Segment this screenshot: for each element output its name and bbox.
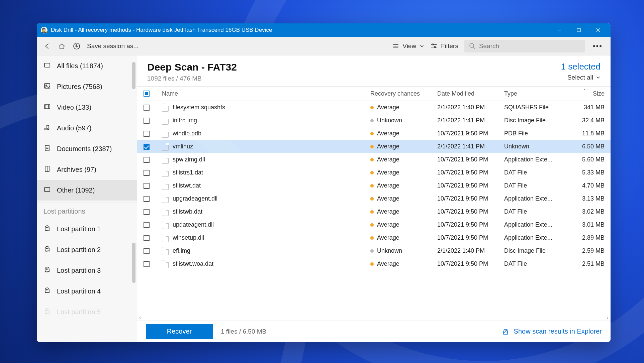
sliders-icon: [430, 42, 438, 50]
sidebar-scrollbar[interactable]: [131, 55, 136, 342]
file-icon: [162, 156, 169, 164]
search-input[interactable]: [479, 42, 580, 50]
table-row[interactable]: spwizimg.dll Average 10/7/2021 9:50 PM A…: [137, 153, 611, 166]
table-row[interactable]: efi.img Unknown 2/1/2022 1:40 PM Disc Im…: [137, 244, 611, 257]
sidebar-item-documents[interactable]: Documents (2387): [37, 138, 137, 159]
show-in-explorer-link[interactable]: Show scan results in Explorer: [502, 328, 602, 335]
status-dot-icon: [370, 249, 374, 253]
column-date[interactable]: Date Modified: [437, 90, 504, 97]
column-type[interactable]: Type: [504, 90, 564, 97]
table-row[interactable]: filesystem.squashfs Average 2/1/2022 1:4…: [137, 101, 611, 114]
scrollbar-thumb[interactable]: [132, 243, 135, 283]
svg-point-30: [48, 227, 48, 228]
date-modified: 10/7/2021 9:50 PM: [437, 169, 504, 176]
search-box[interactable]: [464, 40, 585, 52]
table-row[interactable]: updateagent.dll Average 10/7/2021 9:50 P…: [137, 218, 611, 231]
table-row[interactable]: vmlinuz Average 2/1/2022 1:41 PM Unknown…: [137, 140, 611, 153]
scrollbar-thumb[interactable]: [132, 62, 135, 89]
chevron-down-icon: [420, 44, 424, 48]
sidebar-item-lost-partition[interactable]: Lost partition 4: [37, 281, 137, 301]
maximize-button[interactable]: [569, 23, 588, 37]
scroll-left-icon[interactable]: ‹: [139, 315, 141, 321]
save-icon[interactable]: [72, 42, 81, 50]
svg-point-21: [45, 128, 47, 130]
horizontal-scrollbar[interactable]: ‹ ›: [137, 314, 611, 321]
row-checkbox[interactable]: [144, 170, 150, 176]
row-checkbox[interactable]: [144, 235, 150, 241]
row-checkbox[interactable]: [144, 105, 150, 111]
filters-button[interactable]: Filters: [430, 42, 458, 50]
row-checkbox[interactable]: [144, 261, 150, 267]
save-session-button[interactable]: Save session as...: [87, 42, 139, 50]
select-all-button[interactable]: Select all: [561, 74, 601, 81]
back-button[interactable]: [43, 42, 52, 50]
sidebar-item-audio[interactable]: Audio (597): [37, 118, 137, 138]
file-name: spwizimg.dll: [173, 156, 205, 163]
row-checkbox[interactable]: [144, 144, 150, 150]
recovery-chance: Average: [377, 169, 399, 176]
view-dropdown[interactable]: View: [392, 42, 424, 50]
date-modified: 10/7/2021 9:50 PM: [437, 221, 504, 228]
pictures-icon: [43, 82, 51, 91]
date-modified: 10/7/2021 9:50 PM: [437, 234, 504, 241]
close-button[interactable]: [588, 23, 608, 37]
row-checkbox[interactable]: [144, 131, 150, 137]
sidebar-item-label: Documents (2387): [57, 145, 112, 153]
archives-icon: [43, 165, 51, 174]
row-checkbox[interactable]: [144, 183, 150, 189]
date-modified: 2/1/2022 1:41 PM: [437, 143, 504, 150]
svg-point-22: [48, 128, 49, 129]
table-row[interactable]: winsetup.dll Average 10/7/2021 9:50 PM A…: [137, 231, 611, 244]
row-checkbox[interactable]: [144, 196, 150, 202]
recovery-chance: Average: [377, 182, 399, 189]
sidebar-item-label: Archives (97): [57, 166, 96, 173]
svg-point-35: [46, 289, 47, 290]
row-checkbox[interactable]: [144, 157, 150, 163]
sidebar-item-all-files[interactable]: All files (11874): [37, 55, 137, 76]
sidebar-item-lost-partition[interactable]: Lost partition 5: [37, 301, 137, 322]
scroll-right-icon[interactable]: ›: [607, 315, 609, 321]
recover-button[interactable]: Recover: [146, 324, 213, 339]
sidebar-item-archives[interactable]: Archives (97): [37, 159, 137, 180]
table-row[interactable]: sflistwt.woa.dat Average 10/7/2021 9:50 …: [137, 257, 611, 270]
sidebar-item-lost-partition[interactable]: Lost partition 3: [37, 260, 137, 281]
table-row[interactable]: windlp.pdb Average 10/7/2021 9:50 PM PDB…: [137, 127, 611, 140]
sidebar-item-lost-partition[interactable]: Lost partition 1: [37, 219, 137, 239]
row-checkbox[interactable]: [144, 248, 150, 254]
file-size: 6.50 MB: [564, 143, 605, 150]
table-row[interactable]: initrd.img Unknown 2/1/2022 1:41 PM Disc…: [137, 114, 611, 127]
sort-indicator-icon: ⌄: [583, 86, 586, 91]
home-button[interactable]: [58, 42, 66, 50]
sidebar-item-label: Lost partition 1: [57, 225, 101, 233]
column-size[interactable]: ⌄ Size: [564, 90, 605, 97]
chevron-down-icon: [596, 75, 601, 80]
table-row[interactable]: sflistwb.dat Average 10/7/2021 9:50 PM D…: [137, 205, 611, 218]
table-row[interactable]: upgradeagent.dll Average 10/7/2021 9:50 …: [137, 192, 611, 205]
column-recovery[interactable]: Recovery chances: [370, 90, 437, 97]
table-row[interactable]: sflistwt.dat Average 10/7/2021 9:50 PM D…: [137, 179, 611, 192]
selection-info: 1 files / 6.50 MB: [221, 328, 266, 335]
table-row[interactable]: sflistrs1.dat Average 10/7/2021 9:50 PM …: [137, 166, 611, 179]
minimize-button[interactable]: [550, 23, 569, 37]
row-checkbox[interactable]: [144, 222, 150, 228]
main-header: Deep Scan - FAT32 1092 files / 476 MB 1 …: [137, 55, 611, 86]
row-checkbox[interactable]: [144, 118, 150, 124]
recovery-chance: Average: [377, 208, 399, 215]
sidebar-item-video[interactable]: Video (133): [37, 97, 137, 118]
sidebar-item-lost-partition[interactable]: Lost partition 2: [37, 239, 137, 260]
svg-point-29: [46, 227, 47, 228]
footer: Recover 1 files / 6.50 MB Show scan resu…: [137, 321, 611, 342]
sidebar-item-label: Other (1092): [57, 187, 95, 194]
row-checkbox[interactable]: [144, 209, 150, 215]
main-panel: Deep Scan - FAT32 1092 files / 476 MB 1 …: [137, 55, 611, 342]
select-all-checkbox[interactable]: [144, 91, 150, 97]
status-dot-icon: [370, 223, 374, 227]
sidebar-item-pictures[interactable]: Pictures (7568): [37, 76, 137, 97]
file-type: DAT File: [504, 208, 564, 215]
file-size: 2.89 MB: [564, 234, 605, 241]
file-size: 2.59 MB: [564, 247, 605, 254]
more-button[interactable]: •••: [591, 42, 605, 50]
column-name[interactable]: Name: [156, 90, 370, 97]
sidebar-item-other[interactable]: Other (1092): [37, 180, 137, 201]
status-dot-icon: [370, 132, 374, 135]
